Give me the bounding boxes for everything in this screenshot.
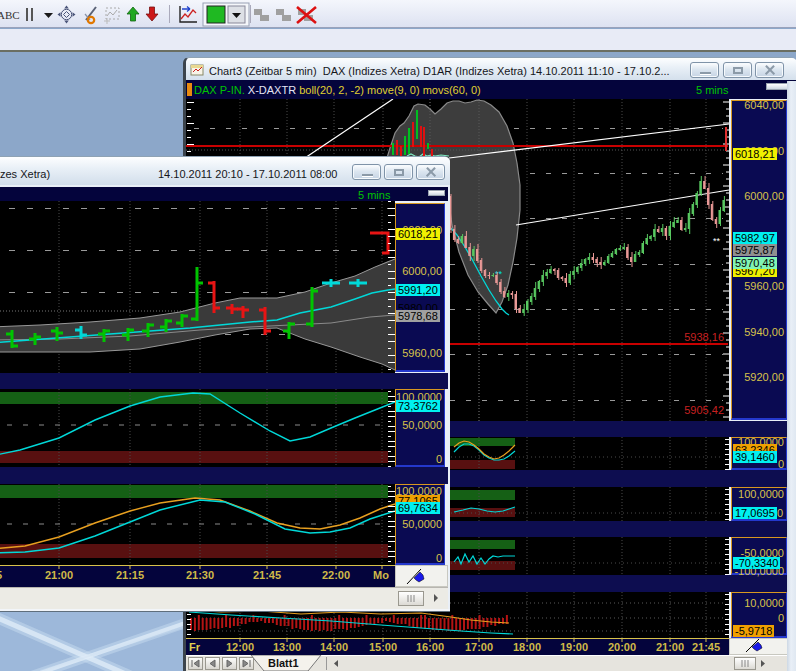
svg-text:5938,16: 5938,16 — [684, 331, 724, 343]
svg-text:**: ** — [713, 236, 721, 246]
svg-text:5905,42: 5905,42 — [684, 404, 724, 416]
svg-text:ABC: ABC — [0, 9, 20, 21]
